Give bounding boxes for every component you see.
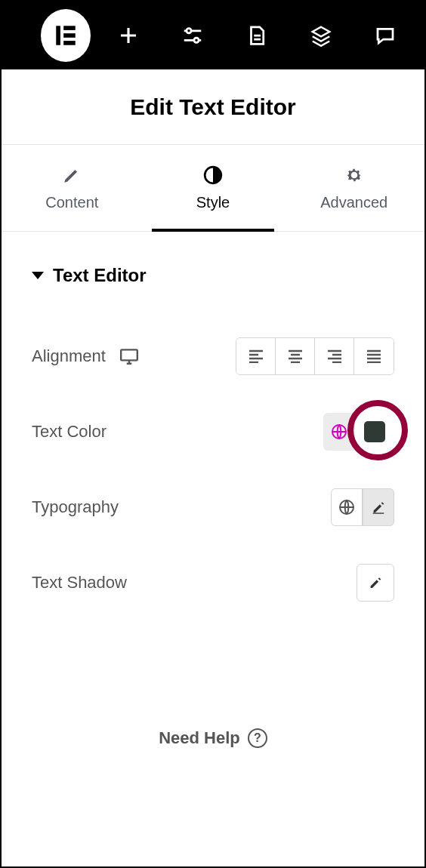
globe-icon: [330, 423, 348, 441]
layers-button[interactable]: [289, 2, 353, 69]
elementor-logo[interactable]: [41, 9, 91, 62]
tab-style[interactable]: Style: [143, 145, 284, 231]
row-typography: Typography: [2, 464, 424, 540]
svg-point-4: [187, 29, 191, 33]
panel-title-bar: Edit Text Editor: [2, 69, 424, 145]
row-alignment: Alignment: [2, 309, 424, 389]
tab-advanced-label: Advanced: [320, 194, 387, 211]
contrast-icon: [203, 165, 223, 185]
panel-title: Edit Text Editor: [130, 94, 295, 120]
svg-rect-1: [63, 26, 76, 30]
document-icon: [245, 24, 268, 47]
text-color-swatch-button[interactable]: [355, 413, 394, 451]
top-toolbar: [2, 2, 424, 69]
svg-rect-7: [121, 349, 137, 360]
text-color-controls: [323, 413, 394, 451]
alignment-label: Alignment: [32, 346, 106, 366]
row-text-color: Text Color: [2, 389, 424, 464]
row-text-shadow: Text Shadow: [2, 540, 424, 615]
alignment-button-group: [236, 337, 394, 375]
align-justify-icon: [366, 349, 382, 363]
color-swatch: [364, 421, 385, 442]
pencil-edit-icon: [367, 574, 384, 591]
align-left-button[interactable]: [236, 338, 276, 374]
tab-style-label: Style: [196, 194, 230, 211]
need-help-label: Need Help: [159, 728, 240, 748]
tab-content[interactable]: Content: [2, 145, 143, 231]
align-center-icon: [287, 349, 304, 363]
svg-rect-0: [56, 26, 60, 45]
plus-icon: [117, 24, 140, 47]
pencil-icon: [62, 165, 82, 185]
help-icon: ?: [248, 728, 267, 748]
svg-point-5: [194, 38, 199, 42]
layers-icon: [310, 24, 332, 47]
document-button[interactable]: [225, 2, 289, 69]
gear-icon: [344, 165, 364, 185]
typography-edit-button[interactable]: [363, 488, 394, 526]
align-justify-button[interactable]: [354, 338, 394, 374]
align-right-icon: [326, 349, 343, 363]
elementor-logo-icon: [53, 23, 79, 48]
globe-icon: [338, 498, 356, 516]
align-center-button[interactable]: [276, 338, 315, 374]
text-color-label: Text Color: [32, 422, 106, 442]
settings-button[interactable]: [161, 2, 225, 69]
section-title: Text Editor: [53, 265, 147, 286]
desktop-icon[interactable]: [119, 348, 139, 365]
section-text-editor[interactable]: Text Editor: [2, 232, 424, 309]
typography-label: Typography: [32, 497, 119, 517]
editor-tabs: Content Style Advanced: [2, 145, 424, 232]
text-shadow-edit-button[interactable]: [357, 564, 394, 602]
typography-controls: [331, 488, 394, 526]
svg-rect-2: [63, 33, 76, 38]
text-color-global-button[interactable]: [323, 413, 355, 451]
tab-advanced[interactable]: Advanced: [283, 145, 424, 231]
caret-down-icon: [32, 272, 44, 279]
typography-global-button[interactable]: [331, 488, 363, 526]
comment-button[interactable]: [353, 2, 417, 69]
text-shadow-label: Text Shadow: [32, 573, 127, 593]
tab-content-label: Content: [45, 194, 98, 211]
align-left-icon: [248, 349, 264, 363]
svg-rect-3: [63, 41, 76, 45]
align-right-button[interactable]: [315, 338, 354, 374]
add-element-button[interactable]: [97, 2, 161, 69]
chat-icon: [374, 24, 397, 47]
need-help-link[interactable]: Need Help ?: [2, 615, 424, 748]
sliders-icon: [181, 24, 204, 47]
pencil-edit-icon: [370, 499, 387, 516]
